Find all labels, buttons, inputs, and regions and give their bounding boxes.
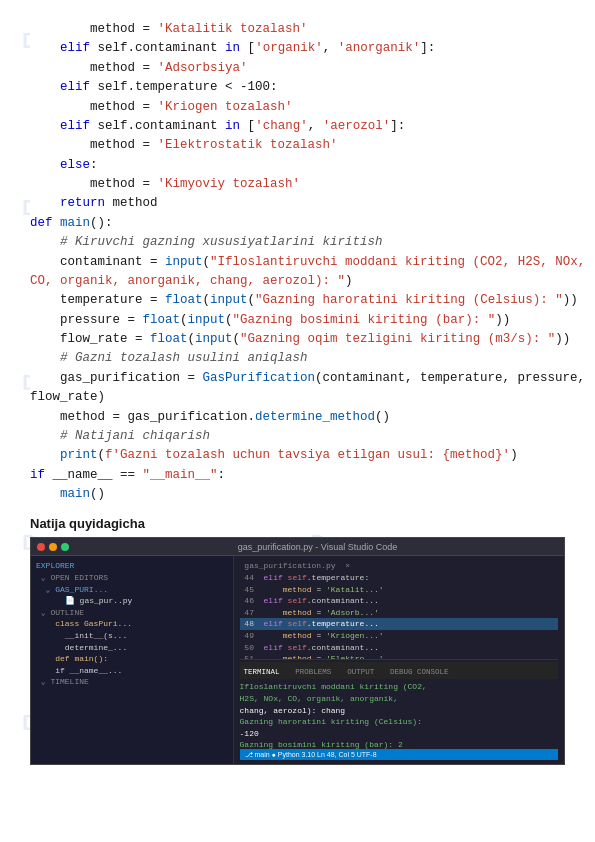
editor-line-8: 51 method = 'Elektro...' — [240, 653, 558, 660]
terminal-tab-problems[interactable]: PROBLEMS — [295, 668, 331, 676]
code-line-18: # Gazni tozalash usulini aniqlash — [30, 349, 565, 368]
code-line-10: return method — [30, 194, 565, 213]
code-line-4: elif self.temperature < -100: — [30, 78, 565, 97]
code-line-21: method = gas_purification.determine_meth… — [30, 408, 565, 427]
term-file-group: ⌄ GAS_PURI... — [36, 584, 228, 596]
terminal-tab-output[interactable]: OUTPUT — [347, 668, 374, 676]
term-out-1: Ifloslantiruvchi moddani kiriting (CO2, — [240, 681, 558, 693]
editor-line-7: 50 elif self.contaminant... — [240, 642, 558, 654]
term-open-editors: ⌄ OPEN EDITORS — [36, 572, 228, 584]
code-line-9: method = 'Kimyoviy tozalash' — [30, 175, 565, 194]
code-line-24: if __name__ == "__main__": — [30, 466, 565, 485]
code-line-8: else: — [30, 156, 565, 175]
terminal-title: gas_purification.py - Visual Studio Code — [77, 542, 558, 552]
maximize-dot — [61, 543, 69, 551]
editor-line-6: 49 method = 'Kriogen...' — [240, 630, 558, 642]
terminal-tab-active[interactable]: TERMINAL — [244, 668, 280, 676]
terminal-left-panel: EXPLORER ⌄ OPEN EDITORS ⌄ GAS_PURI... 📄 … — [31, 556, 234, 764]
term-outline: ⌄ OUTLINE — [36, 607, 228, 619]
editor-line-5-highlight: 48 elif self.temperature... — [240, 618, 558, 630]
terminal-tab-debug[interactable]: DEBUG CONSOLE — [390, 668, 449, 676]
terminal-topbar: gas_purification.py - Visual Studio Code — [31, 538, 564, 556]
code-line-3: method = 'Adsorbsiya' — [30, 59, 565, 78]
status-bar-text: ⎇ main ● Python 3.10 Ln 48, Col 5 UTF-8 — [245, 751, 377, 759]
code-line-12: # Kiruvchi gazning xususiyatlarini kirit… — [30, 233, 565, 252]
editor-area: gas_purification.py × 44 elif self.tempe… — [240, 560, 558, 660]
terminal-output-area: TERMINAL PROBLEMS OUTPUT DEBUG CONSOLE I… — [240, 660, 558, 760]
code-line-7: method = 'Elektrostatik tozalash' — [30, 136, 565, 155]
code-line-11: def main(): — [30, 214, 565, 233]
code-line-17: flow_rate = float(input("Gazning oqim te… — [30, 330, 565, 349]
term-explorer-label: EXPLORER — [36, 560, 228, 572]
term-out-2: H2S, NOx, CO, organik, anorganik, — [240, 693, 558, 705]
code-line-20: flow_rate) — [30, 388, 565, 407]
terminal-body: EXPLORER ⌄ OPEN EDITORS ⌄ GAS_PURI... 📄 … — [31, 556, 564, 764]
terminal-right-panel: gas_purification.py × 44 elif self.tempe… — [234, 556, 564, 764]
code-line-19: gas_purification = GasPurification(conta… — [30, 369, 565, 388]
editor-line-3: 46 elif self.contaminant... — [240, 595, 558, 607]
terminal-area: gas_purification.py - Visual Studio Code… — [30, 537, 565, 765]
code-line-2: elif self.contaminant in ['organik', 'an… — [30, 39, 565, 58]
editor-tab: gas_purification.py × — [240, 560, 558, 572]
term-out-5: -120 — [240, 728, 558, 740]
page: Docx.uz Docx.uz Docx.uz Docx.uz Docx.uz … — [0, 0, 595, 842]
term-main-item: def main(): — [36, 653, 228, 665]
section-label: Natija quyidagicha — [30, 516, 565, 531]
term-ifmain-item: if __name__... — [36, 665, 228, 677]
term-init-item: __init__(s... — [36, 630, 228, 642]
terminal-tabs-bar: TERMINAL PROBLEMS OUTPUT DEBUG CONSOLE — [240, 662, 558, 679]
code-line-5: method = 'Kriogen tozalash' — [30, 98, 565, 117]
code-block: method = 'Katalitik tozalash' elif self.… — [30, 20, 565, 504]
code-line-6: elif self.contaminant in ['chang', 'aero… — [30, 117, 565, 136]
term-out-3: chang, aerozol): chang — [240, 705, 558, 717]
editor-line-4: 47 method = 'Adsorb...' — [240, 607, 558, 619]
term-class-item: class GasPuri... — [36, 618, 228, 630]
status-bar: ⎇ main ● Python 3.10 Ln 48, Col 5 UTF-8 — [240, 749, 558, 760]
editor-line-2: 45 method = 'Katalit...' — [240, 584, 558, 596]
code-line-22: # Natijani chiqarish — [30, 427, 565, 446]
minimize-dot — [49, 543, 57, 551]
editor-line-1: 44 elif self.temperature: — [240, 572, 558, 584]
code-line-13: contaminant = input("Ifloslantiruvchi mo… — [30, 253, 565, 272]
term-method-item: determine_... — [36, 642, 228, 654]
code-line-14: CO, organik, anorganik, chang, aerozol):… — [30, 272, 565, 291]
code-line-16: pressure = float(input("Gazning bosimini… — [30, 311, 565, 330]
term-file-item: 📄 gas_pur..py — [36, 595, 228, 607]
code-line-25: main() — [30, 485, 565, 504]
term-out-4: Gazning haroratini kiriting (Celsius): — [240, 716, 558, 728]
term-timeline: ⌄ TIMELINE — [36, 676, 228, 688]
close-dot — [37, 543, 45, 551]
code-line-1: method = 'Katalitik tozalash' — [30, 20, 565, 39]
code-line-15: temperature = float(input("Gazning haror… — [30, 291, 565, 310]
code-line-23: print(f'Gazni tozalash uchun tavsiya eti… — [30, 446, 565, 465]
